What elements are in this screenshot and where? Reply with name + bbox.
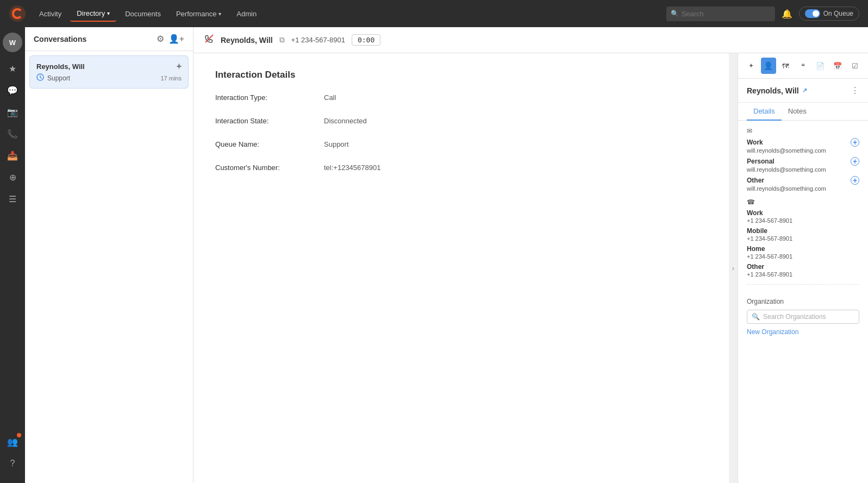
app-body: W ★ 💬 📷 📞 📥 ⊕ ☰ 👥 ? xyxy=(0,27,868,483)
help-icon: ? xyxy=(10,459,15,468)
rp-email-section: ✉ Work + will.reynolds@something.com Per… xyxy=(747,127,859,192)
sidebar-item-favorites[interactable]: ★ xyxy=(3,59,22,78)
sidebar-item-contacts[interactable]: 👥 xyxy=(3,432,22,451)
call-phone-number: +1 234-567-8901 xyxy=(291,36,345,44)
add-personal-email-button[interactable]: + xyxy=(851,157,859,166)
detail-row-customer-number: Customer's Number: tel:+12345678901 xyxy=(215,164,707,172)
conversations-title: Conversations xyxy=(34,35,157,43)
sidebar-item-routing[interactable]: ⊕ xyxy=(3,167,22,187)
nav-admin[interactable]: Admin xyxy=(230,7,263,21)
onqueue-toggle-switch[interactable] xyxy=(805,9,820,18)
conversations-panel: Conversations ⚙ 👤+ Reynolds, Will + xyxy=(25,27,193,483)
sidebar-item-list[interactable]: ☰ xyxy=(3,189,22,209)
rp-phone-work-value: +1 234-567-8901 xyxy=(747,217,859,224)
rp-email-other: Other + will.reynolds@something.com xyxy=(747,176,859,192)
conversations-list: Reynolds, Will + Support 17 mins xyxy=(25,51,193,483)
conversations-header: Conversations ⚙ 👤+ xyxy=(25,27,193,51)
call-contact-name: Reynolds, Will xyxy=(221,36,273,45)
org-search-input[interactable] xyxy=(763,313,854,321)
detail-row-queue: Queue Name: Support xyxy=(215,140,707,148)
email-icon: ✉ xyxy=(747,127,752,135)
rp-tabs: Details Notes xyxy=(738,103,868,121)
rp-org-search-wrap: 🔍 xyxy=(747,310,859,324)
rp-email-other-value: will.reynolds@something.com xyxy=(747,185,859,192)
rp-phone-work: Work +1 234-567-8901 xyxy=(747,209,859,224)
tab-details[interactable]: Details xyxy=(747,103,782,121)
avatar[interactable]: W xyxy=(3,33,22,52)
rp-phone-other-value: +1 234-567-8901 xyxy=(747,271,859,278)
sidebar-item-calls[interactable]: 📞 xyxy=(3,124,22,143)
nav-performance[interactable]: Performance ▾ xyxy=(170,7,228,21)
sidebar-item-video[interactable]: 📷 xyxy=(3,102,22,122)
calendar-tool-icon[interactable]: 📅 xyxy=(830,58,845,74)
add-other-email-button[interactable]: + xyxy=(851,176,859,185)
sidebar-icons: W ★ 💬 📷 📞 📥 ⊕ ☰ 👥 ? xyxy=(0,27,25,483)
rp-email-personal: Personal + will.reynolds@something.com xyxy=(747,157,859,173)
detail-label-type: Interaction Type: xyxy=(215,93,324,102)
detail-row-type: Interaction Type: Call xyxy=(215,93,707,102)
sidebar-item-chat[interactable]: 💬 xyxy=(3,80,22,100)
help-button[interactable]: ? xyxy=(3,454,22,473)
call-bar: Reynolds, Will ⧉ +1 234-567-8901 0:00 xyxy=(193,27,868,53)
app-logo[interactable] xyxy=(9,5,26,22)
conversations-settings-icon[interactable]: ⚙ xyxy=(157,34,164,44)
sidebar-item-packages[interactable]: 📥 xyxy=(3,146,22,165)
rp-phone-mobile: Mobile +1 234-567-8901 xyxy=(747,227,859,242)
detail-value-queue: Support xyxy=(324,140,349,148)
queue-icon xyxy=(36,73,44,83)
quote-tool-icon[interactable]: ❝ xyxy=(796,58,811,74)
nav-activity[interactable]: Activity xyxy=(33,7,68,21)
task-tool-icon[interactable]: ☑ xyxy=(847,58,863,74)
detail-label-customer-number: Customer's Number: xyxy=(215,164,324,172)
call-cut-icon xyxy=(204,34,214,46)
rp-phone-section: ☎ Work +1 234-567-8901 Mobile +1 234-567… xyxy=(747,198,859,278)
conversations-add-icon[interactable]: 👤+ xyxy=(168,34,184,44)
rp-phone-home-value: +1 234-567-8901 xyxy=(747,253,859,260)
chat-icon: 💬 xyxy=(7,85,18,96)
notifications-bell-icon[interactable]: 🔔 xyxy=(777,7,797,21)
rp-phone-section-header: ☎ xyxy=(747,198,859,206)
conversation-item[interactable]: Reynolds, Will + Support 17 mins xyxy=(29,55,189,89)
rp-phone-other: Other +1 234-567-8901 xyxy=(747,263,859,278)
collapse-handle[interactable]: › xyxy=(729,53,738,483)
routing-icon: ⊕ xyxy=(9,172,16,183)
svg-point-0 xyxy=(9,5,26,22)
search-icon: 🔍 xyxy=(671,10,679,17)
directory-chevron-icon: ▾ xyxy=(107,10,110,16)
rp-contact-name: Reynolds, Will ↗ xyxy=(747,86,807,95)
new-organization-link[interactable]: New Organization xyxy=(747,328,798,336)
conv-item-add-icon[interactable]: + xyxy=(177,61,182,71)
performance-chevron-icon: ▾ xyxy=(218,11,221,17)
conv-header-actions: ⚙ 👤+ xyxy=(157,34,184,44)
rp-email-section-header: ✉ xyxy=(747,127,859,135)
rp-contact-info: ✉ Work + will.reynolds@something.com Per… xyxy=(738,121,868,298)
conv-item-name: Reynolds, Will + xyxy=(36,61,182,71)
external-link-icon[interactable]: ↗ xyxy=(802,87,807,94)
onqueue-toggle[interactable]: On Queue xyxy=(799,7,859,21)
rp-org-label: Organization xyxy=(747,298,859,305)
map-tool-icon[interactable]: 🗺 xyxy=(778,58,794,74)
right-panel: ✦ 👤 🗺 ❝ 📄 📅 xyxy=(738,53,868,483)
detail-value-type: Call xyxy=(324,93,336,102)
nav-directory[interactable]: Directory ▾ xyxy=(70,6,116,22)
phone-icon: 📞 xyxy=(7,129,18,139)
contacts-badge xyxy=(17,433,21,437)
interaction-details-title: Interaction Details xyxy=(215,70,707,80)
document-tool-icon[interactable]: 📄 xyxy=(813,58,828,74)
rp-more-menu-icon[interactable]: ⋮ xyxy=(851,85,859,96)
add-work-email-button[interactable]: + xyxy=(851,138,859,147)
global-search-wrap: 🔍 xyxy=(666,7,775,21)
contact-tool-icon[interactable]: 👤 xyxy=(761,58,776,74)
rp-phone-mobile-value: +1 234-567-8901 xyxy=(747,235,859,242)
org-search-icon: 🔍 xyxy=(752,313,760,321)
nav-documents[interactable]: Documents xyxy=(118,7,167,21)
tab-notes[interactable]: Notes xyxy=(782,103,813,121)
detail-row-state: Interaction State: Disconnected xyxy=(215,117,707,125)
ai-tool-icon[interactable]: ✦ xyxy=(744,58,759,74)
star-icon: ★ xyxy=(9,64,16,74)
main-content: Reynolds, Will ⧉ +1 234-567-8901 0:00 In… xyxy=(193,27,868,483)
copy-icon[interactable]: ⧉ xyxy=(279,35,285,45)
global-search-input[interactable] xyxy=(666,7,775,21)
right-panel-name-bar: Reynolds, Will ↗ ⋮ xyxy=(738,79,868,103)
rp-email-personal-value: will.reynolds@something.com xyxy=(747,166,859,173)
